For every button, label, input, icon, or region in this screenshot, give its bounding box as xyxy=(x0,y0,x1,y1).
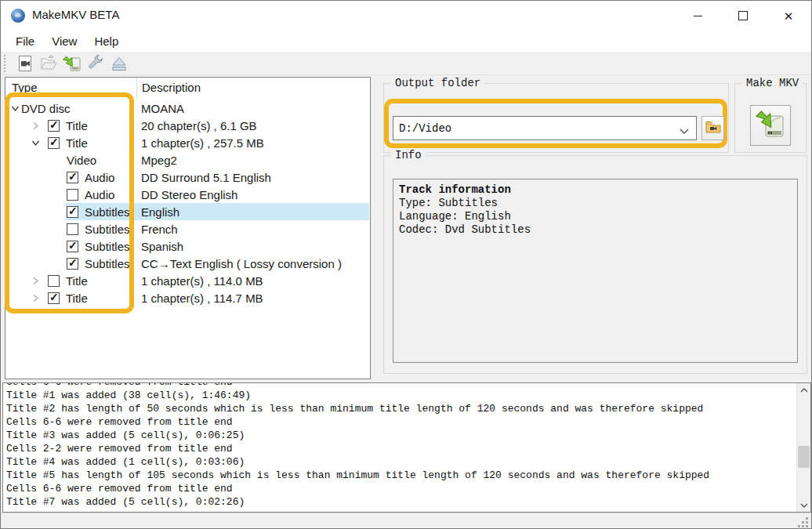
minimize-icon xyxy=(694,16,702,16)
description-label: English xyxy=(141,205,179,219)
log-line: Title #7 was added (5 cell(s), 0:02:26) xyxy=(6,495,796,509)
description-label: 1 chapter(s) , 114.7 MB xyxy=(141,292,263,305)
log-line: Cells 6-6 were removed from title end xyxy=(6,415,796,429)
eject-icon xyxy=(110,54,129,73)
type-label: DVD disc xyxy=(21,102,71,115)
type-cell: Video xyxy=(5,151,136,168)
chevron-down-icon[interactable] xyxy=(9,102,21,114)
open-folder-icon xyxy=(39,54,58,73)
toolbar xyxy=(1,52,811,75)
make-mkv-button[interactable] xyxy=(750,105,791,146)
menu-bar: FileViewHelp xyxy=(1,31,811,52)
description-cell: 1 chapter(s) , 257.5 MB xyxy=(136,134,370,151)
status-bar xyxy=(1,513,811,529)
track-info-lines: Type: SubtitlesLanguage: EnglishCodec: D… xyxy=(399,197,792,237)
maximize-button[interactable] xyxy=(720,1,766,31)
log-line: Title #3 was added (5 cell(s), 0:06:25) xyxy=(6,429,796,442)
tree-row[interactable]: SubtitlesCC→Text English ( Lossy convers… xyxy=(5,255,370,272)
description-label: DD Stereo English xyxy=(141,188,237,201)
checkbox[interactable] xyxy=(67,189,78,201)
checkbox[interactable] xyxy=(48,275,60,287)
info-label: Info xyxy=(391,149,426,161)
preferences-button[interactable] xyxy=(84,53,107,74)
description-cell: 1 chapter(s) , 114.7 MB xyxy=(136,289,370,306)
tree-row[interactable]: Title1 chapter(s) , 257.5 MB xyxy=(5,134,370,151)
log-scrollbar[interactable] xyxy=(796,383,810,512)
folder-icon xyxy=(705,121,721,136)
chevron-down-icon[interactable] xyxy=(29,136,42,149)
column-header-type[interactable]: Type xyxy=(5,78,136,100)
checkbox[interactable] xyxy=(67,258,78,270)
menu-item-file[interactable]: File xyxy=(7,32,43,50)
description-cell: CC→Text English ( Lossy conversion ) xyxy=(136,255,370,272)
log-line: Cells 2-2 were removed from title end xyxy=(6,442,796,455)
chevron-right-icon[interactable] xyxy=(29,119,42,132)
browse-folder-button[interactable] xyxy=(701,116,724,140)
scroll-up-button[interactable] xyxy=(797,383,810,397)
resize-grip[interactable] xyxy=(798,517,808,527)
output-folder-value: D:/Video xyxy=(399,122,451,135)
scrollbar-thumb[interactable] xyxy=(798,446,810,468)
chevron-down-icon xyxy=(680,125,689,138)
scroll-down-button[interactable] xyxy=(797,498,810,512)
description-cell: English xyxy=(136,203,370,220)
description-label: 1 chapter(s) , 257.5 MB xyxy=(141,136,264,150)
tree-row[interactable]: Title20 chapter(s) , 6.1 GB xyxy=(5,117,370,134)
tree-row[interactable]: SubtitlesSpanish xyxy=(5,237,370,255)
checkbox[interactable] xyxy=(67,172,78,183)
description-cell: MOANA xyxy=(136,100,370,117)
checkbox[interactable] xyxy=(48,292,60,304)
menu-item-view[interactable]: View xyxy=(43,32,85,50)
track-info-line: Codec: Dvd Subtitles xyxy=(399,223,792,237)
type-cell: DVD disc xyxy=(5,100,136,117)
make-mkv-label: Make MKV xyxy=(742,77,803,89)
open-video-file-button[interactable] xyxy=(13,53,36,74)
type-cell: Title xyxy=(5,117,136,134)
checkbox[interactable] xyxy=(67,241,78,252)
eject-disc-button[interactable] xyxy=(107,53,130,74)
log-line-partial: Cells 6-6 were removed from title end xyxy=(6,383,796,389)
toolbar-drag-handle[interactable] xyxy=(4,55,8,72)
minimize-button[interactable] xyxy=(675,1,720,31)
checkbox[interactable] xyxy=(67,206,78,218)
log-line: Title #4 was added (1 cell(s), 0:03:06) xyxy=(6,455,796,469)
tree-row[interactable]: Title1 chapter(s) , 114.0 MB xyxy=(5,272,370,289)
description-label: 20 chapter(s) , 6.1 GB xyxy=(141,119,257,132)
type-cell: Title xyxy=(5,289,136,306)
menu-item-help[interactable]: Help xyxy=(85,32,127,50)
tree-row[interactable]: AudioDD Stereo English xyxy=(5,186,370,203)
open-files-button[interactable] xyxy=(37,53,60,74)
type-cell: Audio xyxy=(5,186,136,203)
type-label: Audio xyxy=(85,188,114,201)
description-label: Spanish xyxy=(141,240,183,253)
description-label: MOANA xyxy=(141,102,184,115)
type-label: Subtitles xyxy=(85,205,130,219)
type-cell: Audio xyxy=(5,168,136,186)
type-label: Title xyxy=(66,274,88,288)
tree-row[interactable]: VideoMpeg2 xyxy=(5,151,370,168)
log-line: Title #2 has length of 50 seconds which … xyxy=(6,402,796,415)
log-output[interactable]: Cells 6-6 were removed from title endTit… xyxy=(6,383,796,512)
log-line: Cells 6-6 were removed from title end xyxy=(6,482,796,495)
type-cell: Subtitles xyxy=(5,220,136,237)
tree-row[interactable]: AudioDD Surround 5.1 English xyxy=(5,168,370,186)
close-button[interactable]: ✕ xyxy=(766,1,811,31)
tree-header: Type Description xyxy=(5,78,370,100)
tree-row[interactable]: DVD discMOANA xyxy=(5,100,370,117)
type-label: Subtitles xyxy=(85,257,130,270)
checkbox[interactable] xyxy=(48,120,60,132)
tree-row[interactable]: SubtitlesFrench xyxy=(5,220,370,237)
log-line: Title #1 was added (38 cell(s), 1:46:49) xyxy=(6,389,796,402)
chevron-right-icon[interactable] xyxy=(29,274,42,287)
type-cell: Title xyxy=(5,272,136,289)
column-header-description[interactable]: Description xyxy=(136,78,370,100)
tree-row[interactable]: SubtitlesEnglish xyxy=(5,203,370,220)
description-label: 1 chapter(s) , 114.0 MB xyxy=(141,274,263,288)
checkbox[interactable] xyxy=(67,223,78,235)
checkbox[interactable] xyxy=(48,137,60,149)
tree-row[interactable]: Title1 chapter(s) , 114.7 MB xyxy=(5,289,370,306)
save-mkv-button[interactable] xyxy=(60,53,83,74)
output-folder-combobox[interactable]: D:/Video xyxy=(393,116,697,140)
chevron-right-icon[interactable] xyxy=(29,292,42,304)
type-cell: Subtitles xyxy=(5,237,136,255)
